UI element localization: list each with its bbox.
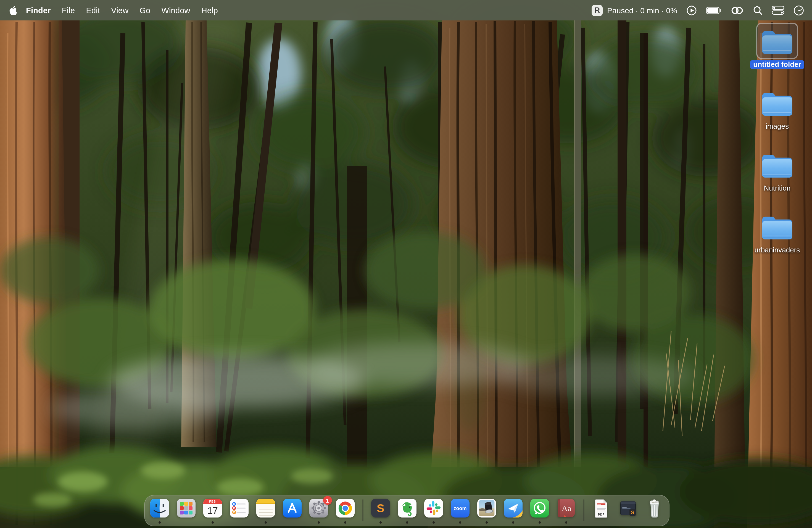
desktop-wallpaper: [0, 0, 812, 528]
apple-logo-icon: [9, 5, 17, 15]
dock-sublime-text[interactable]: S: [371, 498, 390, 526]
folder-icon: [761, 214, 793, 239]
dock-zoom[interactable]: zoom: [450, 498, 470, 526]
running-indicator: [379, 522, 381, 524]
search-icon[interactable]: [753, 5, 763, 15]
sublime-window-icon: S: [618, 498, 638, 518]
running-indicator: [344, 522, 346, 524]
dock-launchpad[interactable]: [176, 498, 196, 526]
svg-text:PDF: PDF: [598, 513, 604, 516]
clock-icon[interactable]: [793, 5, 804, 16]
running-indicator: [538, 522, 540, 524]
running-indicator: [211, 522, 214, 524]
app-store-icon: [282, 498, 302, 518]
control-center-icon[interactable]: [772, 5, 784, 15]
menu-bar-left: Finder File Edit View Go Window Help: [0, 5, 223, 15]
folder-icon-wrap[interactable]: [756, 85, 798, 121]
dock-trash[interactable]: [644, 498, 664, 526]
running-indicator: [459, 522, 461, 524]
running-indicator: [264, 522, 266, 524]
desktop-folder-images[interactable]: images: [747, 85, 808, 146]
desktop-folder-untitled[interactable]: untitled folder: [747, 23, 808, 85]
menu-help[interactable]: Help: [196, 6, 223, 15]
spark-icon: [503, 498, 523, 518]
linked-rings-icon[interactable]: [730, 5, 744, 15]
pdf-document-icon: PDF: [591, 498, 611, 518]
launchpad-icon: [176, 498, 196, 518]
dock-preview[interactable]: [476, 498, 496, 526]
svg-text:S: S: [376, 502, 384, 515]
running-indicator: [158, 522, 160, 524]
dock-pdf-document[interactable]: PDF: [591, 498, 611, 526]
slack-icon: [423, 498, 443, 518]
dock-whatsapp[interactable]: [530, 498, 549, 526]
sublime-text-icon: S: [371, 498, 390, 518]
folder-icon: [761, 151, 793, 178]
svg-text:FEB: FEB: [209, 500, 216, 503]
evernote-icon: [397, 498, 417, 518]
svg-text:zoom: zoom: [453, 505, 466, 511]
running-indicator: [485, 522, 488, 524]
dock-notes[interactable]: [256, 498, 275, 526]
folder-label[interactable]: images: [762, 122, 792, 131]
whatsapp-icon: [530, 498, 549, 518]
folder-icon: [761, 28, 793, 54]
folder-icon: [761, 90, 793, 116]
play-circle-icon[interactable]: [686, 5, 697, 16]
desktop-icon-column: untitled folder images Nutrition urbanin…: [747, 23, 808, 270]
tracker-badge: R: [592, 5, 603, 16]
macos-desktop: Finder File Edit View Go Window Help R P…: [0, 0, 812, 528]
running-indicator: [317, 522, 320, 524]
dock-calendar[interactable]: FEB 17: [202, 498, 222, 526]
menu-edit[interactable]: Edit: [81, 6, 105, 15]
dictionary-icon: Aa: [556, 498, 576, 518]
menu-bar: Finder File Edit View Go Window Help R P…: [0, 0, 812, 20]
dock-sublime-minimized-window[interactable]: S: [618, 498, 638, 526]
dock: FEB 17: [144, 495, 669, 526]
running-indicator: [512, 522, 514, 524]
menu-window[interactable]: Window: [156, 6, 195, 15]
folder-icon-wrap[interactable]: [756, 208, 798, 245]
menu-go[interactable]: Go: [134, 6, 156, 15]
dock-spark[interactable]: [503, 498, 523, 526]
dock-finder[interactable]: [149, 498, 169, 526]
battery-icon[interactable]: [706, 6, 721, 14]
dock-reminders[interactable]: [229, 498, 249, 526]
calendar-icon: FEB 17: [202, 498, 222, 518]
desktop-folder-urbaninvaders[interactable]: urbaninvaders: [747, 208, 808, 270]
dock-system-settings[interactable]: 1: [308, 498, 329, 526]
zoom-icon: zoom: [450, 498, 470, 518]
reminders-icon: [229, 498, 249, 518]
svg-text:Aa: Aa: [562, 504, 571, 513]
tracker-text: Paused · 0 min · 0%: [607, 6, 677, 15]
running-indicator: [565, 522, 567, 524]
menu-bar-status: R Paused · 0 min · 0%: [592, 5, 812, 16]
chrome-icon: [335, 498, 355, 518]
running-indicator: [406, 522, 408, 524]
folder-icon-wrap[interactable]: [756, 146, 798, 183]
desktop-folder-nutrition[interactable]: Nutrition: [747, 146, 808, 208]
folder-icon-selected[interactable]: [756, 23, 798, 59]
menu-file[interactable]: File: [56, 6, 81, 15]
dock-slack[interactable]: [423, 498, 443, 526]
apple-menu[interactable]: [9, 5, 17, 15]
notes-icon: [256, 498, 275, 518]
dock-chrome[interactable]: [335, 498, 355, 526]
preview-icon: [476, 498, 496, 518]
running-indicator: [432, 522, 434, 524]
dock-separator: [583, 499, 584, 522]
menu-finder[interactable]: Finder: [20, 6, 56, 15]
folder-label[interactable]: urbaninvaders: [751, 246, 803, 254]
dock-app-store[interactable]: [282, 498, 302, 526]
dock-evernote[interactable]: [397, 498, 417, 526]
svg-text:17: 17: [207, 505, 218, 516]
dock-dictionary[interactable]: Aa: [556, 498, 576, 526]
svg-text:S: S: [630, 510, 634, 515]
trash-full-icon: [644, 498, 664, 518]
notification-badge: 1: [323, 496, 332, 505]
folder-label[interactable]: untitled folder: [750, 60, 804, 69]
finder-icon: [149, 498, 169, 518]
menu-view[interactable]: View: [105, 6, 134, 15]
folder-label[interactable]: Nutrition: [760, 184, 794, 193]
time-tracker-status[interactable]: R Paused · 0 min · 0%: [592, 5, 677, 16]
